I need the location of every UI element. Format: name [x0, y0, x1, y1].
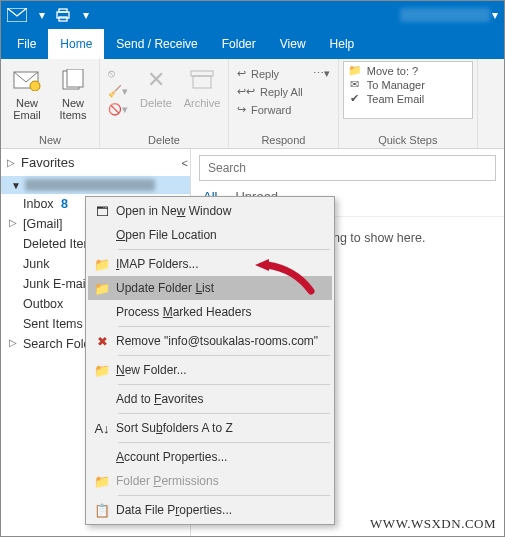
new-email-icon [12, 65, 42, 95]
ribbon: NewEmail NewItems New ⦸ 🧹▾ 🚫▾ ✕ Delete [1, 59, 504, 149]
reply-label: Reply [251, 68, 279, 80]
ribbon-group-respond-label: Respond [233, 134, 334, 148]
folder-icon: 📁 [88, 281, 116, 296]
properties-icon: 📋 [88, 503, 116, 518]
menu-sort-subfolders[interactable]: A↓Sort Subfolders A to Z [88, 416, 332, 440]
delete-label: Delete [140, 97, 172, 109]
inbox-label: Inbox [23, 197, 54, 211]
menu-open-file-location[interactable]: Open File Location [88, 223, 332, 247]
chevron-right-icon: ▷ [9, 337, 17, 348]
new-email-button[interactable]: NewEmail [5, 61, 49, 121]
qs-team-email[interactable]: ✔Team Email [348, 92, 468, 105]
qs-to-manager[interactable]: ✉To Manager [348, 78, 468, 91]
quick-access-toolbar: ▾ ▾ [7, 8, 89, 22]
menu-imap-folders[interactable]: 📁IMAP Folders... [88, 252, 332, 276]
reply-all-label: Reply All [260, 86, 303, 98]
more-respond-button[interactable]: ⋯▾ [309, 65, 334, 82]
junk-button[interactable]: 🚫▾ [104, 101, 132, 118]
new-items-label: NewItems [60, 97, 87, 121]
forward-icon: ↪ [237, 103, 246, 116]
folder-icon: 📁 [88, 363, 116, 378]
cleanup-button[interactable]: 🧹▾ [104, 83, 132, 100]
archive-icon [187, 65, 217, 95]
menu-data-file-properties[interactable]: 📋Data File Properties... [88, 498, 332, 522]
qat-dropdown-icon[interactable]: ▾ [39, 8, 45, 22]
watermark: WWW.WSXDN.COM [370, 516, 496, 532]
mail-icon: ✉ [348, 78, 362, 91]
svg-rect-7 [67, 69, 83, 87]
chevron-right-icon: ▷ [9, 217, 17, 228]
ribbon-group-respond: ↩Reply ↩↩Reply All ↪Forward ⋯▾ Respond [229, 59, 339, 148]
tab-view[interactable]: View [268, 29, 318, 59]
window-icon: 🗔 [88, 204, 116, 219]
folder-icon: 📁 [88, 474, 116, 489]
favorites-header[interactable]: ▷ Favorites < [1, 153, 190, 172]
check-icon: ✔ [348, 92, 362, 105]
reply-all-button[interactable]: ↩↩Reply All [233, 83, 307, 100]
new-items-button[interactable]: NewItems [51, 61, 95, 121]
reply-icon: ↩ [237, 67, 246, 80]
account-name-blurred [25, 179, 155, 191]
title-bar: ▾ ▾ ▾ [1, 1, 504, 29]
qs-move-to[interactable]: 📁Move to: ? [348, 64, 468, 77]
menu-remove-account[interactable]: ✖Remove "info@tsoukalas-rooms.com" [88, 329, 332, 353]
svg-rect-2 [59, 9, 67, 12]
archive-button[interactable]: Archive [180, 61, 224, 109]
tab-file[interactable]: File [5, 29, 48, 59]
menu-update-folder-list[interactable]: 📁Update Folder List [88, 276, 332, 300]
reply-button[interactable]: ↩Reply [233, 65, 307, 82]
ribbon-group-delete-label: Delete [104, 134, 224, 148]
remove-icon: ✖ [88, 334, 116, 349]
new-email-label: NewEmail [13, 97, 41, 121]
svg-rect-3 [59, 17, 67, 21]
delete-button[interactable]: ✕ Delete [134, 61, 178, 109]
menu-folder-permissions: 📁Folder Permissions [88, 469, 332, 493]
menu-open-new-window[interactable]: 🗔Open in New Window [88, 199, 332, 223]
forward-label: Forward [251, 104, 291, 116]
collapse-icon[interactable]: < [182, 157, 188, 169]
new-items-icon [58, 65, 88, 95]
menu-add-to-favorites[interactable]: Add to Favorites [88, 387, 332, 411]
delete-icon: ✕ [141, 65, 171, 95]
tab-folder[interactable]: Folder [210, 29, 268, 59]
more-icon: ⋯▾ [313, 67, 330, 80]
svg-rect-9 [193, 76, 211, 88]
menu-new-folder[interactable]: 📁New Folder... [88, 358, 332, 382]
quick-steps-box[interactable]: 📁Move to: ? ✉To Manager ✔Team Email [343, 61, 473, 119]
account-dropdown-icon[interactable]: ▾ [492, 8, 498, 22]
mail-icon[interactable] [7, 8, 27, 22]
archive-label: Archive [184, 97, 221, 109]
account-name-blurred [400, 8, 490, 22]
chevron-right-icon: ▷ [7, 157, 15, 168]
forward-button[interactable]: ↪Forward [233, 101, 307, 118]
print-dropdown-icon[interactable]: ▾ [83, 8, 89, 22]
ribbon-group-delete: ⦸ 🧹▾ 🚫▾ ✕ Delete Archive Delete [100, 59, 229, 148]
svg-point-5 [30, 81, 40, 91]
printer-icon[interactable] [55, 8, 71, 22]
account-root-item[interactable]: ▼ [1, 176, 190, 194]
tab-help[interactable]: Help [318, 29, 367, 59]
tab-home[interactable]: Home [48, 29, 104, 59]
context-menu: 🗔Open in New Window Open File Location 📁… [85, 196, 335, 525]
ribbon-group-new: NewEmail NewItems New [1, 59, 100, 148]
ribbon-group-quick-steps: 📁Move to: ? ✉To Manager ✔Team Email Quic… [339, 59, 478, 148]
gmail-label: [Gmail] [23, 217, 63, 231]
favorites-label: Favorites [21, 155, 74, 170]
folder-icon: 📁 [88, 257, 116, 272]
folder-icon: 📁 [348, 64, 362, 77]
sort-icon: A↓ [88, 421, 116, 436]
chevron-down-icon: ▼ [11, 180, 21, 191]
tab-send-receive[interactable]: Send / Receive [104, 29, 209, 59]
ribbon-group-quicksteps-label: Quick Steps [343, 134, 473, 148]
ignore-button[interactable]: ⦸ [104, 65, 132, 82]
ribbon-group-new-label: New [5, 134, 95, 148]
inbox-count: 8 [61, 197, 68, 211]
reply-all-icon: ↩↩ [237, 85, 255, 98]
menu-bar: File Home Send / Receive Folder View Hel… [1, 29, 504, 59]
menu-process-marked-headers[interactable]: Process Marked Headers [88, 300, 332, 324]
svg-rect-8 [191, 71, 213, 76]
menu-account-properties[interactable]: Account Properties... [88, 445, 332, 469]
search-input[interactable] [199, 155, 496, 181]
